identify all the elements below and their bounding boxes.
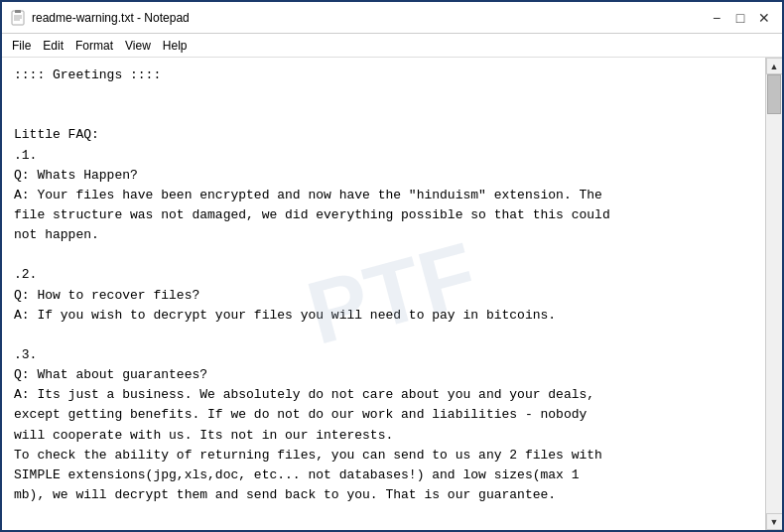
menu-file[interactable]: File (6, 37, 37, 55)
window-title: readme-warning.txt - Notepad (32, 11, 190, 25)
notepad-icon (10, 10, 26, 26)
scroll-up-arrow[interactable]: ▲ (766, 58, 783, 74)
title-bar-left: readme-warning.txt - Notepad (10, 10, 190, 26)
menu-view[interactable]: View (119, 37, 157, 55)
content-area: :::: Greetings :::: Little FAQ: .1. Q: W… (2, 58, 782, 530)
scroll-down-arrow[interactable]: ▼ (766, 513, 783, 530)
scroll-thumb[interactable] (767, 74, 781, 114)
menu-edit[interactable]: Edit (37, 37, 69, 55)
main-window: readme-warning.txt - Notepad − □ ✕ File … (0, 0, 784, 532)
minimize-button[interactable]: − (707, 8, 726, 28)
menu-format[interactable]: Format (69, 37, 119, 55)
title-bar: readme-warning.txt - Notepad − □ ✕ (2, 2, 782, 34)
svg-rect-1 (15, 10, 21, 13)
menu-help[interactable]: Help (157, 37, 194, 55)
scrollbar[interactable]: ▲ ▼ (765, 58, 782, 530)
title-bar-controls: − □ ✕ (707, 8, 774, 28)
text-editor[interactable]: :::: Greetings :::: Little FAQ: .1. Q: W… (2, 58, 765, 530)
scroll-track[interactable] (766, 74, 782, 513)
menu-bar: File Edit Format View Help (2, 34, 782, 58)
maximize-button[interactable]: □ (730, 8, 750, 28)
close-button[interactable]: ✕ (754, 8, 774, 28)
